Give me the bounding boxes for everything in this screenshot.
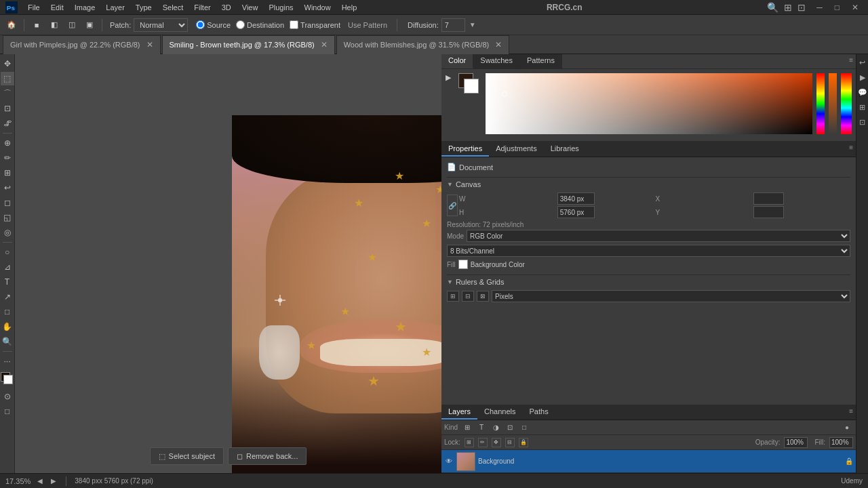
move-tool[interactable]: ✥ — [1, 57, 14, 70]
alpha-bar[interactable] — [829, 73, 837, 134]
canvas-x-input[interactable] — [753, 192, 784, 205]
tab-swatches[interactable]: Swatches — [473, 54, 520, 68]
lock-pixels-btn[interactable]: ⊞ — [465, 438, 474, 447]
full-spectrum[interactable] — [841, 73, 852, 134]
layer-filter-btn[interactable]: ⊞ — [461, 422, 473, 433]
fg-bg-color[interactable] — [1, 372, 14, 386]
menu-filter[interactable]: Filter — [189, 2, 215, 13]
pen-tool[interactable]: ⊿ — [1, 260, 14, 274]
lock-draw-btn[interactable]: ✏ — [478, 438, 488, 447]
transparent-checkbox[interactable]: Transparent — [290, 20, 340, 29]
crop-tool[interactable]: ⊡ — [1, 102, 14, 115]
eyedropper-tool[interactable]: 🖇 — [1, 117, 14, 130]
search-icon[interactable]: 🔍 — [767, 2, 778, 13]
tab-libraries[interactable]: Libraries — [544, 142, 586, 157]
healing-tool[interactable]: ⊕ — [1, 136, 14, 150]
rulers-section-header[interactable]: ▼ Rulers & Grids — [447, 278, 850, 286]
selection-tool[interactable]: ⬚ — [1, 72, 14, 85]
tab-adjustments[interactable]: Adjustments — [489, 142, 544, 157]
fill-swatch[interactable] — [458, 260, 468, 269]
lock-artboard-btn[interactable]: ⊟ — [505, 438, 515, 447]
gradient-tool[interactable]: ◱ — [1, 211, 14, 224]
close-btn[interactable]: ✕ — [846, 1, 864, 14]
layer-on-off[interactable]: ● — [841, 422, 853, 433]
zoom-tool[interactable]: 🔍 — [1, 335, 14, 348]
patch-select[interactable]: Normal — [134, 18, 188, 32]
history-panel-icon[interactable]: ↩ — [857, 57, 868, 68]
layer-shape-btn[interactable]: □ — [518, 422, 530, 433]
use-pattern-btn[interactable]: Use Pattern — [343, 18, 392, 32]
tab-paths[interactable]: Paths — [523, 405, 555, 420]
menu-layer[interactable]: Layer — [101, 2, 130, 13]
prev-btn[interactable]: ◀ — [36, 477, 44, 485]
menu-edit[interactable]: Edit — [46, 2, 68, 13]
tab-0-close[interactable]: ✕ — [146, 40, 153, 49]
tool-option-1[interactable]: ■ — [29, 18, 44, 33]
tab-layers[interactable]: Layers — [441, 405, 477, 420]
hue-bar[interactable] — [816, 73, 825, 134]
menu-plugins[interactable]: Plugins — [264, 2, 298, 13]
layers-panel-menu[interactable]: ≡ — [846, 405, 856, 420]
diffusion-dropdown[interactable]: ▼ — [469, 21, 476, 28]
bits-select[interactable]: 8 Bits/Channel — [447, 245, 850, 257]
source-radio[interactable]: Source — [196, 20, 231, 29]
home-btn[interactable]: 🏠 — [4, 18, 19, 33]
layer-adj-btn[interactable]: ◑ — [490, 422, 502, 433]
layer-visibility-toggle[interactable]: 👁 — [444, 457, 454, 466]
tab-0[interactable]: Girl with Pimples.jpg @ 22.2% (RGB/8) ✕ — [3, 35, 161, 54]
tab-color[interactable]: Color — [441, 54, 473, 68]
canvas-section-header[interactable]: ▼ Canvas — [447, 180, 850, 188]
diffusion-input[interactable] — [441, 18, 465, 32]
remove-background-btn[interactable]: ◻ Remove back... — [228, 447, 307, 465]
tab-patterns[interactable]: Patterns — [520, 54, 562, 68]
layer-background[interactable]: 👁 Background 🔒 — [441, 450, 856, 473]
tab-1[interactable]: Smiling - Brown teeth.jpg @ 17.3% (RGB/8… — [162, 35, 335, 54]
ruler-icon-1[interactable]: ⊞ — [447, 291, 459, 302]
tab-2-close[interactable]: ✕ — [495, 40, 502, 49]
blur-tool[interactable]: ◎ — [1, 226, 14, 239]
photo-canvas[interactable]: ★ ★ ★ ★ ★ ★ ★ ★ ★ ★ ★ ★ ★ ★ — [232, 115, 441, 473]
select-subject-btn[interactable]: ⬚ Select subject — [150, 447, 224, 465]
mode-select[interactable]: RGB Color — [467, 230, 850, 242]
fg-bg-swatches[interactable] — [458, 73, 480, 95]
share-icon[interactable]: ⊡ — [797, 2, 806, 13]
quick-mask-btn[interactable]: ⊙ — [1, 390, 14, 403]
menu-3d[interactable]: 3D — [217, 2, 236, 13]
ruler-icon-2[interactable]: ⊟ — [462, 291, 474, 302]
extra-panel-icon[interactable]: ⊞ — [857, 102, 868, 113]
menu-view[interactable]: View — [237, 2, 263, 13]
tab-channels[interactable]: Channels — [477, 405, 522, 420]
play-btn[interactable]: ▶ — [446, 73, 456, 84]
menu-file[interactable]: File — [23, 2, 45, 13]
history-tool[interactable]: ↩ — [1, 181, 14, 195]
path-tool[interactable]: ↗ — [1, 290, 14, 304]
menu-help[interactable]: Help — [337, 2, 362, 13]
menu-type[interactable]: Type — [131, 2, 157, 13]
color-gradient-container[interactable] — [486, 73, 812, 134]
hand-tool[interactable]: ✋ — [1, 320, 14, 333]
color-panel-menu[interactable]: ≡ — [846, 54, 856, 68]
destination-radio[interactable]: Destination — [236, 20, 284, 29]
rulers-unit-select[interactable]: Pixels — [492, 290, 850, 302]
layer-type-btn[interactable]: T — [475, 422, 488, 433]
screen-mode-btn[interactable]: □ — [1, 405, 14, 418]
link-wh-btn[interactable]: 🔗 — [447, 195, 458, 216]
canvas-h-input[interactable] — [557, 206, 595, 218]
background-color[interactable] — [3, 375, 13, 384]
minimize-btn[interactable]: ─ — [811, 1, 828, 14]
eraser-tool[interactable]: ◻ — [1, 196, 14, 209]
stamp-tool[interactable]: ⊞ — [1, 166, 14, 180]
next-btn[interactable]: ▶ — [50, 477, 58, 485]
color-gradient[interactable] — [486, 73, 812, 134]
tool-option-2[interactable]: ◧ — [47, 18, 62, 33]
type-tool[interactable]: T — [1, 275, 14, 289]
chat-panel-icon[interactable]: 💬 — [857, 87, 868, 98]
menu-window[interactable]: Window — [300, 2, 336, 13]
lasso-tool[interactable]: ⌒ — [1, 87, 14, 100]
brush-tool[interactable]: ✏ — [1, 151, 14, 165]
tab-properties[interactable]: Properties — [441, 142, 489, 157]
prop-panel-menu[interactable]: ≡ — [846, 142, 856, 157]
opacity-input[interactable] — [784, 437, 808, 448]
tab-1-close[interactable]: ✕ — [321, 40, 328, 49]
tab-2[interactable]: Wood with Blemishes.jpg @ 31.5% (RGB/8) … — [336, 35, 510, 54]
